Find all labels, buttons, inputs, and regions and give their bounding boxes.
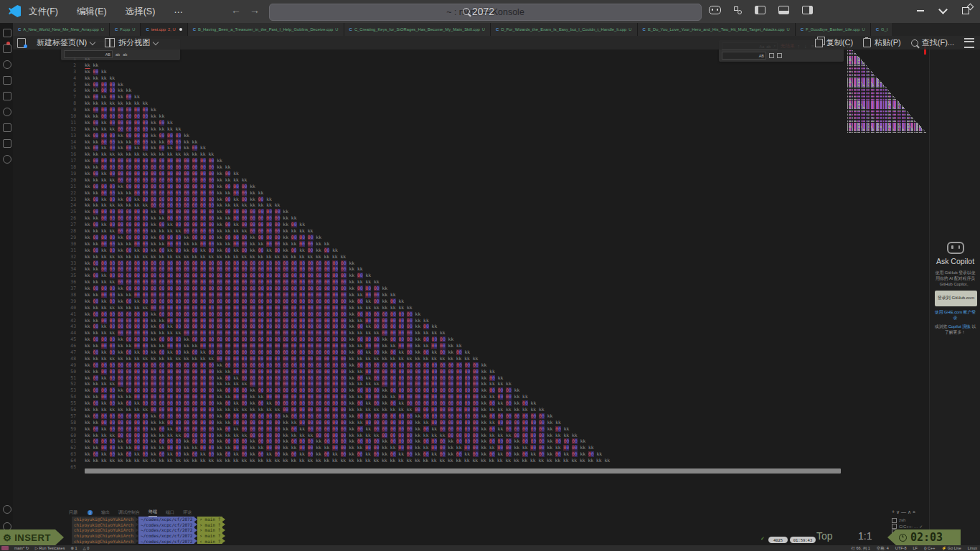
- menu-item[interactable]: 编辑(E): [77, 6, 107, 18]
- hamburger-menu-button[interactable]: [964, 38, 974, 48]
- panel-tab-输出[interactable]: 输出: [101, 509, 110, 516]
- chevron-down-icon[interactable]: [938, 5, 948, 14]
- vim-buffer[interactable]: 1kk2kkkk3kk00kk4kkkkkkkk5kk000000kk6kkkk…: [13, 56, 613, 471]
- ghe-signin-link[interactable]: 使用 GHE.com 帐户登录: [933, 309, 977, 321]
- buffer-line: 3kk00kk: [13, 69, 613, 75]
- copy-icon: [815, 39, 823, 47]
- vim-clock-segment: 02:03: [887, 529, 961, 545]
- panel-tab-调试控制台[interactable]: 调试控制台: [118, 509, 140, 516]
- tab-git-badge: U: [862, 27, 865, 32]
- copilot-panel: Ask Copilot 使用 GitHub 登录以使用你的 AI 配对程序员 G…: [929, 36, 980, 547]
- copy-label: 复制(C): [826, 37, 853, 48]
- buffer-line: 12kkkkkkkk00000000kkkkkkkk: [13, 126, 613, 133]
- buffer-line: 14kkkk0000kkkk0000kkkk0000kkkk: [13, 139, 613, 146]
- editor-tab[interactable]: CC_Creating_Keys_for_StORages_Has_Become…: [344, 23, 491, 36]
- search-icon[interactable]: [3, 44, 11, 53]
- find-button[interactable]: 查找(F)...: [911, 37, 954, 48]
- terminal-list-item[interactable]: C/C++: … ✓: [892, 523, 924, 529]
- buffer-line: 59kk00kk0000000000kk00kk0000000000kk00kk…: [13, 426, 613, 433]
- buffer-line: 33kk000000000000000000000000000000000000…: [13, 260, 613, 267]
- panel-tab-bar: 问题2输出调试控制台终端端口评论: [69, 509, 192, 517]
- preserve-case-icon[interactable]: AB: [759, 54, 764, 58]
- run-debug-icon[interactable]: [3, 76, 11, 85]
- toggle-secondary-sidebar-icon[interactable]: [802, 6, 813, 14]
- statusbar-item[interactable]: Linux: [968, 546, 977, 550]
- cpp-file-icon: C: [18, 27, 21, 32]
- new-tab-button[interactable]: 新建标签页(N): [17, 37, 95, 48]
- github-signin-button[interactable]: 登录到 GitHub.com: [935, 291, 977, 306]
- remote-indicator[interactable]: [1, 546, 9, 550]
- customize-layout-icon[interactable]: [734, 6, 742, 14]
- editor-tab[interactable]: CD_For_Wizards_the_Exam_Is_Easy_but_I_Co…: [491, 23, 638, 36]
- toggle-panel-icon[interactable]: [778, 6, 789, 14]
- terminal-output[interactable]: chiyoyuki@ChiyoYukiArch~/codes/xcpc/cf/2…: [72, 517, 225, 544]
- panel-tab-评论[interactable]: 评论: [183, 509, 192, 516]
- back-arrow-icon[interactable]: ←: [231, 4, 241, 16]
- terminal-list-item[interactable]: zsh: [892, 517, 924, 523]
- editor-tab[interactable]: CE_Do_You_Love_Your_Hero_and_His_Two_Hit…: [638, 23, 796, 36]
- remote-icon[interactable]: [3, 108, 11, 116]
- docs-prefix: 或浏览: [935, 324, 948, 329]
- run-testcases-button[interactable]: ▷ Run Testcases: [35, 546, 65, 550]
- source-control-icon[interactable]: [3, 60, 11, 69]
- statusbar-item[interactable]: {} C++: [924, 546, 936, 550]
- editor-tab[interactable]: CB_Having_Been_a_Treasurer_in_the_Past_I…: [188, 23, 344, 36]
- terminal-actions[interactable]: + ∨ — ∧ ×: [892, 509, 924, 515]
- editor-tab[interactable]: CG_I: [871, 23, 894, 36]
- statusbar-item[interactable]: 行 66, 列 1: [851, 546, 870, 551]
- extensions-icon[interactable]: [3, 92, 11, 100]
- git-branch-item[interactable]: main*↻: [14, 546, 29, 550]
- panel-tab-问题[interactable]: 问题: [69, 509, 77, 516]
- statusbar-item[interactable]: LF: [913, 546, 917, 550]
- menu-item[interactable]: 文件(F): [29, 6, 58, 18]
- buffer-line: 37kk000000kk0000000000000000000000000000…: [13, 286, 613, 292]
- split-view-button[interactable]: 拆分视图: [105, 37, 158, 48]
- statusbar-item[interactable]: ⚡ Go Live: [941, 546, 961, 550]
- copilot-docs-link[interactable]: Copilot 演练: [948, 324, 971, 329]
- replace-all-icon[interactable]: ab: [123, 52, 127, 57]
- horizontal-scrollbar[interactable]: [85, 468, 841, 474]
- chat-icon[interactable]: [3, 139, 11, 148]
- toggle-sidebar-icon[interactable]: [755, 6, 765, 14]
- account-icon[interactable]: [3, 505, 11, 514]
- tools-icon[interactable]: [3, 155, 11, 164]
- editor-tab[interactable]: CF_Goodbye_Banker_Life.cppU: [796, 23, 871, 36]
- timer-pill: 01:59:43: [790, 537, 816, 543]
- buffer-line: 58kkkk000000000000kkkk000000000000kkkk00…: [13, 420, 613, 426]
- editor-tab[interactable]: CF.cppU: [110, 23, 141, 36]
- restore-icon[interactable]: [962, 7, 969, 14]
- warnings-item[interactable]: △ 0: [83, 546, 90, 550]
- testing-icon[interactable]: [3, 123, 11, 132]
- buffer-line: 45kk000000kk000000kk000000kk000000000000…: [13, 336, 613, 343]
- menu-item[interactable]: ⋯: [174, 6, 183, 17]
- buffer-line: 42kkkk000000000000kkkk000000000000000000…: [13, 318, 613, 324]
- errors-item[interactable]: ⊗ 1: [70, 546, 77, 550]
- replace-input[interactable]: AB: [64, 50, 113, 58]
- preserve-case-icon[interactable]: AB: [105, 52, 110, 57]
- replace-one-icon[interactable]: ab: [116, 52, 120, 57]
- replace-input[interactable]: AB: [722, 52, 766, 60]
- buffer-line: 19kk00kk00000000000000000000000000kk00kk: [13, 171, 613, 177]
- buffer-line: 48kkkkkkkkkkkkkkkkkkkkkkkkkkkkkkkk000000…: [13, 356, 613, 362]
- replace-one-icon[interactable]: [769, 53, 774, 58]
- copilot-icon[interactable]: [709, 6, 721, 14]
- statusbar-item[interactable]: UTF-8: [895, 546, 907, 550]
- panel-tab-终端[interactable]: 终端: [149, 509, 157, 517]
- minimize-icon[interactable]: [917, 10, 924, 11]
- tab-label: test.cpp: [151, 27, 166, 32]
- cpp-file-icon: C: [115, 27, 118, 32]
- panel-tab-端口[interactable]: 端口: [166, 509, 174, 516]
- copy-button[interactable]: 复制(C): [815, 37, 853, 48]
- paste-button[interactable]: 粘贴(P): [863, 37, 901, 48]
- explorer-icon[interactable]: [3, 29, 11, 37]
- statusbar-item[interactable]: 空格: 4: [877, 546, 889, 551]
- modified-dot-icon[interactable]: [179, 28, 182, 31]
- menu-item[interactable]: 选择(S): [126, 6, 156, 18]
- replace-all-icon[interactable]: [777, 53, 782, 58]
- editor-tab[interactable]: CA_New_World_New_Me_New_Array.cppU: [13, 23, 110, 36]
- editor-tab[interactable]: Ctest.cpp2, U: [141, 23, 187, 36]
- forward-arrow-icon[interactable]: →: [250, 4, 260, 16]
- minimap[interactable]: [847, 44, 928, 136]
- buffer-line: 51kk00kk00000000000000000000000000kk00kk…: [13, 375, 613, 382]
- buffer-line: 61kk000000kk000000kk000000kk000000kk0000…: [13, 438, 613, 445]
